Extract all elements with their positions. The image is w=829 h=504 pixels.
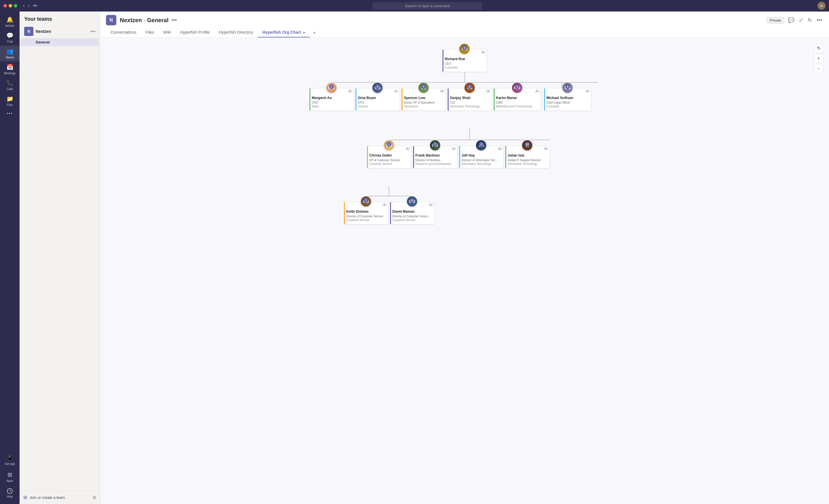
sidebar-label-getapp: Get app xyxy=(5,462,15,465)
org-node-frank[interactable]: 7 FM Frank Martinez Director of Develop.… xyxy=(413,146,458,168)
root-expand[interactable] xyxy=(481,51,485,54)
minimize-button[interactable] xyxy=(9,4,12,7)
root-dept: Corporate xyxy=(445,66,484,69)
sidebar-label-calls: Calls xyxy=(7,87,13,91)
title-bar: ‹ › ✏ U xyxy=(0,0,829,11)
org-node-christa[interactable]: 2 CG Christa Geller VP of Customer Servi… xyxy=(367,146,411,168)
team-name-nextzen: Nextzen xyxy=(36,29,88,34)
tab-wiki[interactable]: Wiki xyxy=(159,28,175,37)
sidebar-item-apps[interactable]: ⊞ Apps xyxy=(3,469,16,485)
root-content: Richard Roe CEO Corporate xyxy=(445,57,484,69)
breadcrumb: Nextzen › General ••• xyxy=(120,17,178,24)
calls-icon: 📞 xyxy=(6,79,13,86)
chat-icon: 💬 xyxy=(6,32,13,39)
org-node-margaret[interactable]: 5 MA Margaret Au CRO Sales xyxy=(309,88,354,111)
tab-hyperfish-profile[interactable]: Hyperfish Profile xyxy=(176,28,215,37)
search-input[interactable] xyxy=(372,2,482,10)
nav-arrows: ‹ › xyxy=(22,3,31,9)
sidebar-label-files: Files xyxy=(7,103,13,107)
sidebar-item-chat[interactable]: 💬 Chat xyxy=(0,30,20,45)
refresh-button[interactable]: ↻ xyxy=(806,16,813,25)
org-node-michael[interactable]: 4 MS Michael Sullivan Chief Legal Office… xyxy=(544,88,591,111)
tabs-row: Conversations Files Wiki Hyperfish Profi… xyxy=(106,28,823,37)
org-node-keith[interactable]: 7 KD Keith Dishmo Director of Customer S… xyxy=(344,202,389,225)
org-node-gina[interactable]: 3 GB Gina Boyer CFO Finance xyxy=(355,88,400,111)
org-node-julian[interactable]: 10 JI Julian Isla Global IT Support Dire… xyxy=(505,146,550,168)
team-icon-badge: N xyxy=(106,15,116,25)
channel-header: N Nextzen › General ••• Private 💬 ⤢ ↻ ••… xyxy=(100,11,829,38)
sidebar-item-activity[interactable]: 🔔 Activity xyxy=(0,14,20,30)
title-bar-left: ‹ › ✏ xyxy=(3,3,37,9)
team-more-button[interactable]: ••• xyxy=(91,29,95,34)
title-bar-right: U xyxy=(818,2,826,10)
zoom-out-button[interactable]: − xyxy=(814,64,823,73)
zoom-controls: ↻ + − xyxy=(814,43,823,73)
forward-button[interactable]: › xyxy=(27,3,31,9)
sidebar-label-activity: Activity xyxy=(5,24,14,27)
org-node-spencer[interactable]: 4 SL Spencer Low Senior VP of Operations… xyxy=(401,88,446,111)
org-node-root[interactable]: 8 RR Richard Roe CEO Corporate xyxy=(442,49,487,72)
tab-hyperfish-directory[interactable]: Hyperfish Directory xyxy=(214,28,258,37)
org-node-david[interactable]: 11 DM David Maman Director of Customer S… xyxy=(390,202,434,225)
sidebar-label-apps: Apps xyxy=(7,479,13,482)
sidebar-label-teams: Teams xyxy=(5,56,14,59)
refresh-zoom-button[interactable]: ↻ xyxy=(814,43,823,53)
org-chart-canvas: 8 RR Richard Roe CEO Corporate xyxy=(307,43,623,222)
sidebar-item-teams[interactable]: 👥 Teams xyxy=(0,45,20,61)
back-button[interactable]: ‹ xyxy=(22,3,26,9)
org-node-sanjay[interactable]: 4 SS Sanjay Shah CIO Information Technol… xyxy=(447,88,492,111)
traffic-lights xyxy=(3,4,17,7)
org-node-karim[interactable]: 3 KM Karim Manar CMO Marketing and Commu… xyxy=(494,88,541,111)
sidebar-item-meetings[interactable]: 📅 Meetings xyxy=(0,61,20,77)
main-content: N Nextzen › General ••• Private 💬 ⤢ ↻ ••… xyxy=(100,11,829,504)
channel-more-button[interactable]: ••• xyxy=(170,17,178,23)
files-icon: 📁 xyxy=(6,95,13,102)
close-button[interactable] xyxy=(3,4,7,7)
teams-icon: 👥 xyxy=(6,48,13,55)
user-avatar[interactable]: U xyxy=(818,2,826,10)
channel-title-left: N Nextzen › General ••• xyxy=(106,15,178,25)
activity-icon: 🔔 xyxy=(6,16,13,23)
sidebar-item-calls[interactable]: 📞 Calls xyxy=(0,77,20,93)
channel-item-general[interactable]: General xyxy=(21,38,99,46)
more-icon: ••• xyxy=(7,111,13,116)
join-label: Join or create a team xyxy=(30,495,90,500)
apps-icon: ⊞ xyxy=(7,471,12,478)
root-title: CEO xyxy=(445,62,484,66)
breadcrumb-team: Nextzen xyxy=(120,17,142,24)
team-avatar-nextzen: N xyxy=(24,27,33,36)
org-node-jeff[interactable]: 3 JH Jeff Hay Director of Information Te… xyxy=(459,146,504,168)
root-name: Richard Roe xyxy=(445,57,484,62)
breadcrumb-channel: General xyxy=(147,17,169,24)
compose-button[interactable]: ✏ xyxy=(33,3,37,9)
maximize-button[interactable] xyxy=(14,4,17,7)
settings-icon[interactable]: ⚙ xyxy=(93,495,97,500)
sidebar-item-getapp[interactable]: 📱 Get app xyxy=(3,453,16,468)
sidebar-bottom: 📱 Get app ⊞ Apps ? Help xyxy=(3,453,16,504)
sidebar-label-meetings: Meetings xyxy=(4,72,16,75)
message-button[interactable]: 💬 xyxy=(787,16,795,25)
header-more-button[interactable]: ••• xyxy=(816,16,823,25)
team-item-nextzen[interactable]: N Nextzen ••• xyxy=(21,25,99,38)
expand-button[interactable]: ⤢ xyxy=(798,16,804,25)
teams-panel-footer[interactable]: ⊕ Join or create a team ⚙ xyxy=(20,491,100,504)
tab-conversations[interactable]: Conversations xyxy=(106,28,141,37)
teams-panel-header: Your teams xyxy=(20,11,100,25)
sidebar-item-files[interactable]: 📁 Files xyxy=(0,93,20,109)
zoom-in-button[interactable]: + xyxy=(814,54,823,63)
app-container: 🔔 Activity 💬 Chat 👥 Teams 📅 Meetings 📞 C… xyxy=(0,11,829,504)
tab-hyperfish-org-chart[interactable]: Hyperfish Org Chart ▾ xyxy=(258,28,310,37)
org-chart-area[interactable]: ↻ + − xyxy=(100,38,829,504)
teams-panel: Your teams N Nextzen ••• General ⊕ Join … xyxy=(20,11,100,504)
join-icon: ⊕ xyxy=(23,494,27,501)
help-icon: ? xyxy=(7,488,13,494)
getapp-icon: 📱 xyxy=(7,455,13,461)
tab-dropdown-icon: ▾ xyxy=(303,31,305,34)
meetings-icon: 📅 xyxy=(6,64,13,71)
private-badge: Private xyxy=(766,17,784,24)
tab-files[interactable]: Files xyxy=(141,28,159,37)
sidebar-item-more[interactable]: ••• xyxy=(0,109,20,119)
sidebar-label-chat: Chat xyxy=(7,40,13,43)
sidebar-item-help[interactable]: ? Help xyxy=(3,486,16,501)
add-tab-button[interactable]: ＋ xyxy=(310,28,319,37)
